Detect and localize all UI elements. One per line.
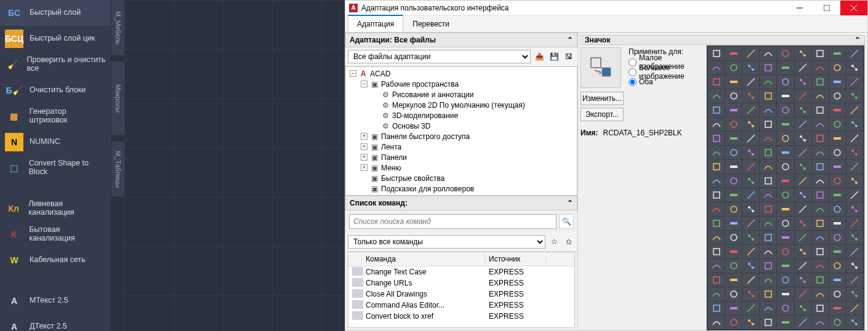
icon-grid-cell[interactable] — [795, 202, 811, 216]
export-icon-button[interactable]: Экспорт... — [581, 108, 624, 121]
icon-grid-cell[interactable] — [777, 132, 794, 145]
icon-grid-cell[interactable] — [812, 160, 829, 173]
icon-grid-cell[interactable] — [708, 89, 725, 103]
icon-grid-cell[interactable] — [742, 47, 759, 60]
icon-grid-cell[interactable] — [708, 188, 725, 202]
collapse-icon[interactable]: ⌃ — [567, 36, 573, 44]
icon-grid-cell[interactable] — [760, 89, 776, 103]
icon-grid-cell[interactable] — [742, 231, 759, 244]
icon-grid-cell[interactable] — [760, 160, 776, 173]
icon-grid-cell[interactable] — [760, 217, 776, 230]
icon-grid-cell[interactable] — [725, 202, 742, 216]
tree-expander-icon[interactable]: − — [361, 81, 368, 87]
icon-grid-cell[interactable] — [708, 259, 725, 273]
icon-grid-cell[interactable] — [725, 287, 742, 301]
icon-grid-cell[interactable] — [829, 75, 846, 89]
command-row[interactable]: Convert block to xrefEXPRESS — [348, 311, 574, 322]
icon-grid-cell[interactable] — [846, 273, 863, 287]
icon-grid-cell[interactable] — [795, 231, 811, 244]
icon-grid-cell[interactable] — [795, 316, 811, 329]
icon-grid-cell[interactable] — [795, 89, 811, 103]
radio-input[interactable] — [629, 58, 637, 66]
col-header-source[interactable]: Источник — [485, 252, 547, 266]
icon-grid-cell[interactable] — [708, 118, 725, 131]
icon-grid-cell[interactable] — [708, 132, 725, 145]
palette-item[interactable]: ▦Генератор штриховок — [0, 103, 111, 129]
icon-grid-cell[interactable] — [725, 118, 742, 131]
icon-grid-cell[interactable] — [760, 316, 776, 329]
palette-item[interactable]: АДТекст 2.5 — [0, 314, 111, 331]
icon-grid-cell[interactable] — [777, 202, 794, 216]
radio-input[interactable] — [629, 68, 637, 76]
icon-grid-cell[interactable] — [795, 118, 811, 131]
icon-grid-cell[interactable] — [846, 287, 863, 301]
command-search-input[interactable] — [349, 214, 557, 229]
icon-grid-cell[interactable] — [829, 273, 846, 287]
icon-grid-cell[interactable] — [829, 217, 846, 230]
icon-grid-cell[interactable] — [829, 245, 846, 258]
icon-grid-cell[interactable] — [725, 103, 742, 117]
icon-grid-cell[interactable] — [846, 174, 863, 188]
icon-grid-cell[interactable] — [742, 287, 759, 301]
icon-grid-cell[interactable] — [846, 316, 863, 329]
icon-grid-cell[interactable] — [829, 89, 846, 103]
palette-item[interactable]: 🧹Проверить и очистить все — [0, 52, 111, 78]
icon-grid-cell[interactable] — [846, 160, 863, 173]
find-command-icon[interactable]: ✩ — [563, 236, 575, 248]
palette-item[interactable]: КлЛивневая канализация — [0, 196, 111, 221]
icon-library-grid[interactable] — [706, 45, 865, 330]
icon-grid-cell[interactable] — [795, 146, 811, 159]
icon-grid-cell[interactable] — [742, 103, 759, 117]
customization-file-combo[interactable]: Все файлы адаптации — [348, 50, 531, 63]
icon-grid-cell[interactable] — [725, 259, 742, 273]
close-button[interactable] — [840, 1, 867, 15]
icon-grid-cell[interactable] — [829, 316, 846, 329]
icon-grid-cell[interactable] — [829, 301, 846, 315]
icon-grid-cell[interactable] — [846, 202, 863, 216]
icon-grid-cell[interactable] — [846, 132, 863, 145]
icon-grid-cell[interactable] — [829, 146, 846, 159]
icon-grid-cell[interactable] — [725, 146, 742, 159]
icon-grid-cell[interactable] — [829, 188, 846, 202]
maximize-button[interactable] — [813, 1, 840, 15]
icon-grid-cell[interactable] — [777, 273, 794, 287]
dialog-tab[interactable]: Перевести — [403, 15, 459, 32]
icon-grid-cell[interactable] — [777, 287, 794, 301]
tree-node[interactable]: +▣Панели — [347, 152, 576, 162]
icon-grid-cell[interactable] — [760, 202, 776, 216]
icon-grid-cell[interactable] — [829, 118, 846, 131]
icon-grid-cell[interactable] — [846, 146, 863, 159]
icon-grid-cell[interactable] — [812, 217, 829, 230]
icon-grid-cell[interactable] — [708, 273, 725, 287]
icon-grid-cell[interactable] — [742, 245, 759, 258]
icon-grid-cell[interactable] — [742, 132, 759, 145]
icon-grid-cell[interactable] — [725, 75, 742, 89]
icon-grid-cell[interactable] — [708, 231, 725, 244]
icon-grid-cell[interactable] — [725, 188, 742, 202]
command-row[interactable]: Command Alias Editor...EXPRESS — [348, 300, 574, 311]
icon-grid-cell[interactable] — [846, 245, 863, 258]
icon-grid-cell[interactable] — [795, 301, 811, 315]
icon-grid-cell[interactable] — [777, 259, 794, 273]
icon-grid-cell[interactable] — [795, 188, 811, 202]
icon-grid-cell[interactable] — [812, 132, 829, 145]
icon-grid-cell[interactable] — [812, 89, 829, 103]
icon-grid-cell[interactable] — [742, 61, 759, 74]
icon-grid-cell[interactable] — [725, 273, 742, 287]
icon-grid-cell[interactable] — [777, 301, 794, 315]
save-icon[interactable]: 💾 — [548, 50, 560, 63]
icon-grid-cell[interactable] — [708, 75, 725, 89]
palette-tab[interactable]: М_Мебель — [111, 0, 124, 55]
icon-grid-cell[interactable] — [846, 118, 863, 131]
tree-node[interactable]: ⚙Основы 3D — [347, 121, 576, 131]
icon-grid-cell[interactable] — [708, 316, 725, 329]
tree-node[interactable]: −▣Рабочие пространства — [347, 79, 576, 89]
icon-grid-cell[interactable] — [812, 301, 829, 315]
col-header-command[interactable]: Команда — [362, 252, 485, 266]
icon-grid-cell[interactable] — [829, 160, 846, 173]
icon-grid-cell[interactable] — [795, 217, 811, 230]
command-filter-combo[interactable]: Только все комaнды — [348, 235, 545, 249]
palette-item[interactable]: БСЦБыстрый слой цик — [0, 26, 111, 52]
tree-node[interactable]: ⚙3D-моделирование — [347, 110, 576, 121]
icon-grid-cell[interactable] — [725, 245, 742, 258]
